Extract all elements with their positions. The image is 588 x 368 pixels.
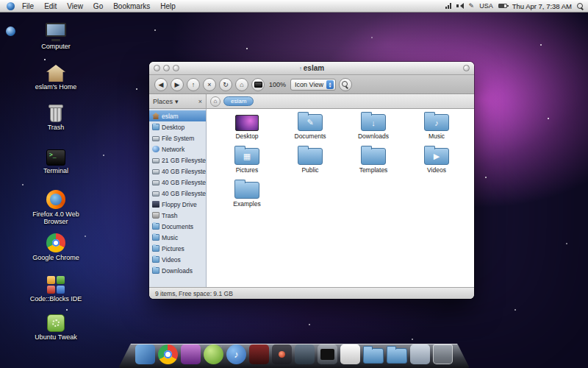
menu-help[interactable]: Help — [155, 2, 181, 10]
desktop-icon-computer[interactable]: Computer — [28, 23, 84, 50]
forward-button[interactable]: ▶ — [171, 78, 184, 91]
desktop-icon-chrome[interactable]: Google Chrome — [28, 233, 84, 261]
sidebar-item-40gb-filesystem-2[interactable]: 40 GB Filesystem — [149, 177, 206, 188]
pictures-emblem-icon: ▦ — [235, 149, 259, 164]
folder-templates[interactable]: Templates — [342, 146, 405, 180]
menu-bookmarks[interactable]: Bookmarks — [108, 2, 155, 10]
sidebar-item-downloads[interactable]: Downloads — [149, 265, 206, 276]
dock-downloads-folder-icon[interactable] — [387, 348, 407, 364]
back-button[interactable]: ◀ — [154, 78, 168, 91]
menu-go[interactable]: Go — [88, 2, 108, 10]
desktop-icon-trash[interactable]: Trash — [28, 106, 84, 131]
dock-terminal-icon[interactable] — [318, 344, 337, 364]
folder-pictures[interactable]: ▦ Pictures — [215, 146, 279, 180]
sidebar-item-trash[interactable]: Trash — [149, 210, 206, 221]
documents-emblem-icon: ✎ — [298, 115, 322, 130]
dock-applications-folder-icon[interactable] — [410, 344, 430, 364]
network-icon — [152, 146, 159, 152]
keyboard-layout-indicator[interactable]: USA — [479, 2, 493, 10]
sidebar-item-music[interactable]: Music — [149, 232, 206, 243]
desktop-icon-ubuntu-tweak[interactable]: Ubuntu Tweak — [28, 314, 84, 341]
battery-icon[interactable] — [498, 4, 507, 8]
sidebar-item-documents[interactable]: Documents — [149, 221, 206, 232]
sidebar-item-file-system[interactable]: File System — [149, 132, 206, 144]
dock-chrome-icon[interactable] — [158, 344, 178, 364]
window-titlebar[interactable]: ↑eslam — [149, 62, 474, 75]
sidebar-item-40gb-filesystem-1[interactable]: 40 GB Filesystem — [149, 166, 206, 177]
sidebar-item-pictures[interactable]: Pictures — [149, 243, 206, 254]
ubuntu-tweak-icon — [47, 314, 65, 332]
folder-icon — [152, 256, 159, 263]
folder-public[interactable]: Public — [279, 146, 342, 180]
network-globe-icon[interactable] — [6, 26, 15, 36]
sidebar-item-eslam[interactable]: eslam — [149, 110, 206, 121]
dock-photo-booth-icon[interactable] — [272, 344, 292, 364]
sidebar-item-40gb-filesystem-3[interactable]: 40 GB Filesystem — [149, 188, 206, 199]
dock-system-monitor-icon[interactable] — [295, 344, 315, 364]
folder-icon — [234, 182, 259, 199]
desktop-icon-home[interactable]: eslam's Home — [28, 65, 84, 91]
dock-text-editor-icon[interactable] — [340, 344, 360, 364]
status-text: 9 items, Free space: 9.1 GB — [155, 290, 233, 297]
dock-documents-folder-icon[interactable] — [363, 348, 384, 364]
dock-trash-icon[interactable] — [433, 344, 453, 364]
home-folder-icon — [46, 65, 65, 82]
sidebar-item-network[interactable]: Network — [149, 144, 206, 155]
menu-file[interactable]: File — [17, 2, 39, 10]
folder-icon: ✎ — [298, 114, 323, 131]
distro-logo-icon[interactable] — [7, 2, 15, 10]
select-arrows-icon: ▲▼ — [326, 80, 334, 89]
search-icon[interactable] — [577, 3, 584, 10]
folder-examples[interactable]: Examples — [215, 180, 279, 213]
top-menubar: File Edit View Go Bookmarks Help ✎ USA T… — [0, 0, 588, 13]
menu-edit[interactable]: Edit — [39, 2, 62, 10]
menu-view[interactable]: View — [62, 2, 88, 10]
folder-music[interactable]: ♪ Music — [405, 113, 468, 146]
stop-button[interactable]: × — [203, 78, 216, 91]
window-menu-button[interactable] — [463, 65, 470, 71]
breadcrumb-current-button[interactable]: eslam — [223, 96, 254, 106]
folder-videos[interactable]: ▶ Videos — [405, 146, 468, 180]
system-tray: ✎ USA Thu Apr 7, 7:38 AM — [445, 2, 584, 10]
up-button[interactable]: ↑ — [187, 78, 200, 91]
dock-movie-player-icon[interactable] — [249, 344, 269, 364]
network-signal-icon[interactable] — [445, 3, 451, 9]
window-close-button[interactable] — [154, 65, 160, 71]
desktop-icon-codeblocks[interactable]: Code::Blocks IDE — [28, 275, 84, 302]
chevron-down-icon: ▾ — [175, 98, 179, 105]
sidebar-close-icon[interactable]: × — [198, 98, 202, 105]
desktop-icon-terminal[interactable]: >_ Terminal — [28, 149, 84, 174]
places-header-dropdown[interactable]: Places ▾ × — [149, 94, 207, 108]
search-button[interactable] — [339, 78, 352, 91]
dock-file-manager-icon[interactable] — [135, 344, 155, 364]
drive-icon — [152, 158, 159, 163]
home-button[interactable]: ⌂ — [235, 78, 248, 91]
breadcrumb-home-button[interactable]: ⌂ — [210, 96, 220, 107]
view-mode-select[interactable]: Icon View ▲▼ — [290, 79, 336, 91]
clock[interactable]: Thu Apr 7, 7:38 AM — [512, 2, 572, 10]
input-method-icon[interactable]: ✎ — [469, 2, 475, 10]
sidebar-item-desktop[interactable]: Desktop — [149, 121, 206, 132]
folder-desktop[interactable]: Desktop — [215, 113, 279, 146]
firefox-icon — [46, 190, 65, 209]
dock-music-player-icon[interactable]: ♪ — [226, 344, 246, 364]
sidebar-item-floppy-drive[interactable]: Floppy Drive — [149, 199, 206, 210]
sidebar-item-21gb-filesystem[interactable]: 21 GB Filesystem — [149, 155, 206, 166]
volume-icon[interactable] — [456, 3, 464, 9]
sidebar-item-videos[interactable]: Videos — [149, 254, 206, 265]
computer-screen-icon — [254, 82, 262, 88]
window-maximize-button[interactable] — [173, 65, 179, 71]
desktop: File Edit View Go Bookmarks Help ✎ USA T… — [0, 0, 588, 368]
window-minimize-button[interactable] — [163, 65, 170, 71]
desktop-icon-firefox[interactable]: Firefox 4.0 Web Browser — [28, 190, 84, 225]
folder-icon — [361, 148, 386, 165]
folder-documents[interactable]: ✎ Documents — [279, 113, 342, 146]
window-body: eslam Desktop File System Network 21 GB … — [149, 109, 474, 287]
folder-icon — [152, 124, 159, 130]
dock-software-center-icon[interactable] — [204, 344, 223, 364]
dock-media-player-icon[interactable] — [181, 344, 201, 364]
computer-button[interactable] — [251, 78, 265, 91]
home-icon — [152, 113, 159, 119]
reload-button[interactable]: ↻ — [219, 78, 232, 91]
folder-downloads[interactable]: ↓ Downloads — [342, 113, 405, 146]
